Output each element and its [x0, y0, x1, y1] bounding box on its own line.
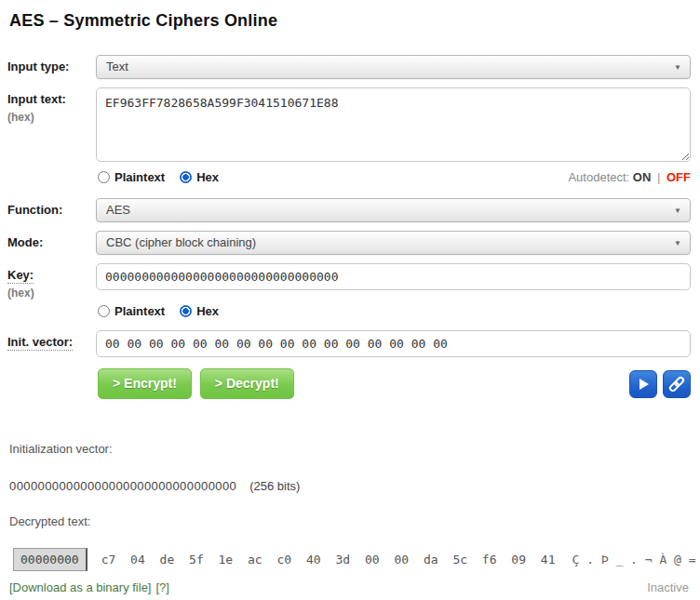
action-buttons-row: > Encrypt! > Decrypt! — [98, 368, 691, 399]
hexdump-ascii: Ç . Þ _ . ¬ À @ = . . Ú \ ö . A — [572, 553, 700, 567]
autodetect-control: Autodetect: ON | OFF — [568, 170, 691, 184]
input-text-hex-sublabel: (hex) — [7, 111, 96, 124]
key-plaintext-radio-label[interactable]: Plaintext — [114, 304, 165, 318]
mode-row: Mode: CBC (cipher block chaining) ▼ — [7, 231, 691, 255]
autodetect-label: Autodetect: — [568, 170, 629, 184]
key-hex-radio-label[interactable]: Hex — [196, 304, 219, 318]
page-title: AES – Symmetric Ciphers Online — [9, 11, 691, 31]
input-type-row: Input type: Text ▼ — [7, 55, 691, 79]
function-label: Function: — [7, 203, 96, 217]
mode-label: Mode: — [7, 235, 96, 249]
key-row: Key: (hex) — [7, 263, 691, 300]
initialization-vector-bits: (256 bits) — [249, 479, 300, 493]
initialization-vector-value: 00000000000000000000000000000000 — [9, 479, 236, 493]
input-plaintext-radio-label[interactable]: Plaintext — [114, 170, 165, 184]
input-text-label: Input text: — [7, 92, 96, 106]
hexdump-bytes: c7 04 de 5f 1e ac c0 40 3d 00 00 da 5c f… — [101, 553, 556, 567]
status-inactive-label: Inactive — [647, 575, 689, 594]
key-format-row: Plaintext Hex — [98, 304, 691, 318]
key-input[interactable] — [96, 263, 691, 290]
mode-selected-value: CBC (cipher block chaining) — [106, 235, 256, 249]
key-hex-sublabel: (hex) — [7, 287, 96, 300]
help-link[interactable]: [?] — [155, 580, 168, 594]
decrypt-button[interactable]: > Decrypt! — [200, 368, 294, 399]
hexdump-row: 00000000 c7 04 de 5f 1e ac c0 40 3d 00 0… — [13, 548, 691, 571]
input-hex-radio[interactable] — [180, 171, 192, 183]
function-row: Function: AES ▼ — [7, 198, 691, 222]
mode-select[interactable]: CBC (cipher block chaining) ▼ — [96, 231, 691, 255]
input-plaintext-radio[interactable] — [98, 171, 110, 183]
decrypted-text-heading: Decrypted text: — [9, 514, 691, 528]
init-vector-label: Init. vector: — [7, 335, 73, 351]
init-vector-input[interactable] — [96, 330, 691, 357]
init-vector-row: Init. vector: — [7, 330, 691, 357]
initialization-vector-value-line: 00000000000000000000000000000000 (256 bi… — [9, 479, 691, 493]
autodetect-on-option[interactable]: ON — [633, 170, 652, 184]
hexdump-offset-cell: 00000000 — [13, 548, 88, 571]
key-plaintext-radio[interactable] — [98, 305, 110, 317]
input-type-selected-value: Text — [106, 60, 128, 73]
input-format-row: Plaintext Hex Autodetect: ON | OFF — [98, 170, 691, 184]
function-selected-value: AES — [106, 203, 130, 217]
bottom-row: [Download as a binary file] [?] Inactive — [9, 575, 691, 594]
chevron-down-icon: ▼ — [674, 56, 681, 79]
encrypt-button[interactable]: > Encrypt! — [98, 368, 192, 399]
input-text-area[interactable]: EF963FF7828658A599F3041510671E88 — [96, 87, 691, 162]
input-type-label: Input type: — [7, 60, 96, 73]
input-type-select[interactable]: Text ▼ — [96, 55, 691, 79]
autodetect-off-option[interactable]: OFF — [666, 170, 691, 184]
download-binary-link[interactable]: [Download as a binary file] — [9, 580, 151, 594]
play-icon — [637, 378, 650, 391]
chevron-down-icon: ▼ — [674, 199, 681, 222]
initialization-vector-heading: Initialization vector: — [9, 442, 691, 456]
input-text-row: Input text: (hex) EF963FF7828658A599F304… — [7, 87, 691, 166]
key-hex-radio[interactable] — [180, 305, 192, 317]
chevron-down-icon: ▼ — [674, 232, 681, 255]
permalink-button[interactable] — [663, 370, 691, 398]
input-hex-radio-label[interactable]: Hex — [196, 170, 219, 184]
function-select[interactable]: AES ▼ — [96, 198, 691, 222]
chain-link-icon — [667, 375, 686, 393]
key-label: Key: — [7, 268, 34, 284]
autodetect-separator: | — [657, 170, 660, 184]
run-button[interactable] — [629, 370, 657, 398]
